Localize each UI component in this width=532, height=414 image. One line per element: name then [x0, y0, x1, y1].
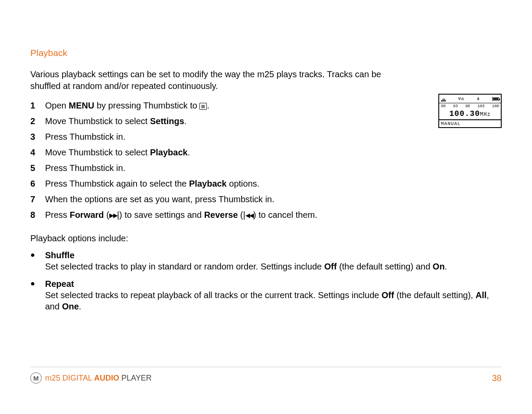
step-number: 6	[30, 178, 45, 189]
brand-bold: AUDIO	[94, 374, 119, 382]
volume-level: 4	[477, 96, 480, 102]
page-number: 38	[492, 373, 502, 383]
brand-suffix: PLAYER	[119, 374, 152, 382]
scale-tick: 88	[441, 104, 446, 109]
options-list: ●ShuffleSet selected tracks to play in s…	[30, 250, 502, 312]
step-number: 3	[30, 131, 45, 142]
step-text: Open MENU by pressing Thumbstick to ≣.	[45, 100, 502, 111]
option-title: Repeat	[45, 279, 74, 289]
option-description: Set selected tracks to repeat playback o…	[45, 290, 489, 311]
brand-prefix: m25 DIGITAL	[45, 374, 94, 382]
section-heading: Playback	[30, 48, 502, 58]
step-text: Press Forward (▶▶|) to save settings and…	[45, 209, 502, 220]
frequency-scale: 889398103108	[439, 103, 501, 109]
scale-tick: 103	[477, 104, 484, 109]
tuner-mode: MANUAL	[439, 120, 501, 127]
scale-tick: 98	[465, 104, 470, 109]
signal-icon	[441, 96, 446, 102]
brand-footer: M m25 DIGITAL AUDIO PLAYER	[30, 372, 152, 384]
step-item: 1Open MENU by pressing Thumbstick to ≣.	[30, 100, 502, 111]
frequency-readout: 100.30MHz	[439, 109, 501, 120]
page-footer: M m25 DIGITAL AUDIO PLAYER 38	[30, 367, 502, 384]
bullet-icon: ●	[30, 250, 45, 272]
step-text: Press Thumbstick in.	[45, 162, 502, 174]
step-number: 8	[30, 209, 45, 220]
scale-tick: 93	[453, 104, 458, 109]
step-item: 6Press Thumbstick again to select the Pl…	[30, 178, 502, 189]
step-text: Move Thumbstick to select Playback.	[45, 147, 502, 158]
options-intro: Playback options include:	[30, 233, 502, 243]
tuner-icon: Ψ⊘	[458, 96, 464, 102]
bullet-icon: ●	[30, 278, 45, 312]
step-item: 8Press Forward (▶▶|) to save settings an…	[30, 209, 502, 220]
option-item: ●RepeatSet selected tracks to repeat pla…	[30, 278, 502, 312]
step-number: 5	[30, 162, 45, 174]
step-number: 4	[30, 147, 45, 158]
step-text: Press Thumbstick in.	[45, 131, 502, 142]
step-item: 2Move Thumbstick to select Settings.	[30, 115, 502, 127]
step-item: 4Move Thumbstick to select Playback.	[30, 147, 502, 158]
step-number: 7	[30, 194, 45, 205]
step-text: Move Thumbstick to select Settings.	[45, 115, 502, 127]
steps-list: 1Open MENU by pressing Thumbstick to ≣.2…	[30, 100, 502, 220]
option-description: Set selected tracks to play in standard …	[45, 262, 447, 271]
option-item: ●ShuffleSet selected tracks to play in s…	[30, 250, 502, 272]
option-title: Shuffle	[45, 250, 75, 260]
step-text: When the options are set as you want, pr…	[45, 194, 502, 205]
scale-tick: 108	[492, 104, 499, 109]
motorola-logo-icon: M	[30, 372, 42, 384]
step-number: 1	[30, 100, 45, 111]
step-text: Press Thumbstick again to select the Pla…	[45, 178, 502, 189]
intro-paragraph: Various playback settings can be set to …	[30, 69, 399, 92]
step-item: 7When the options are set as you want, p…	[30, 194, 502, 205]
step-item: 3Press Thumbstick in.	[30, 131, 502, 142]
battery-icon	[492, 97, 499, 101]
device-screen-illustration: Ψ⊘ 4 889398103108 100.30MHz MANUAL	[438, 94, 502, 128]
step-item: 5Press Thumbstick in.	[30, 162, 502, 174]
step-number: 2	[30, 115, 45, 127]
